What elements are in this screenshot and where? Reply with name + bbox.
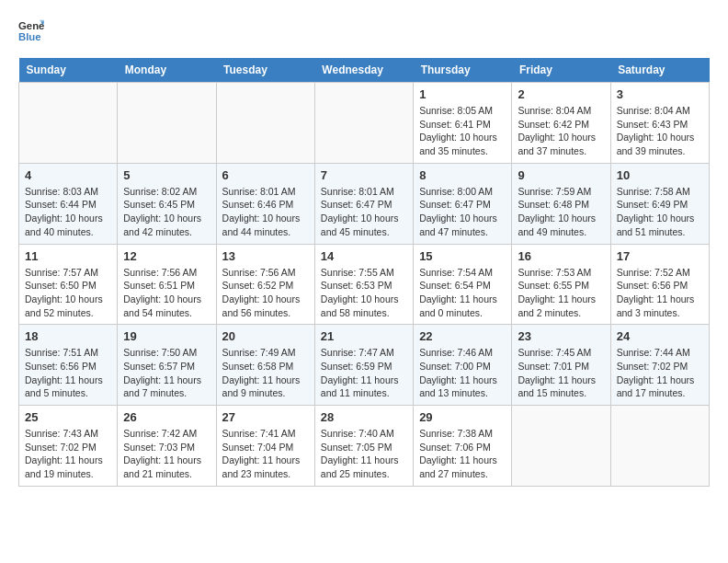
calendar-header-row: SundayMondayTuesdayWednesdayThursdayFrid…: [19, 58, 710, 83]
day-info: Sunrise: 7:43 AM Sunset: 7:02 PM Dayligh…: [25, 427, 111, 481]
day-number: 12: [123, 249, 210, 263]
calendar-cell: 20Sunrise: 7:49 AM Sunset: 6:58 PM Dayli…: [216, 325, 314, 406]
svg-text:General: General: [18, 20, 44, 31]
day-number: 4: [25, 168, 111, 182]
page-header: General Blue: [18, 18, 710, 44]
logo: General Blue: [18, 18, 48, 44]
calendar-cell: 15Sunrise: 7:54 AM Sunset: 6:54 PM Dayli…: [414, 244, 512, 325]
day-info: Sunrise: 7:44 AM Sunset: 7:02 PM Dayligh…: [617, 346, 703, 400]
calendar-cell: 29Sunrise: 7:38 AM Sunset: 7:06 PM Dayli…: [414, 406, 512, 487]
svg-text:Blue: Blue: [18, 31, 41, 42]
day-number: 27: [222, 410, 309, 424]
calendar-week-1: 1Sunrise: 8:05 AM Sunset: 6:41 PM Daylig…: [19, 83, 710, 164]
calendar-cell: 16Sunrise: 7:53 AM Sunset: 6:55 PM Dayli…: [512, 244, 610, 325]
day-info: Sunrise: 7:46 AM Sunset: 7:00 PM Dayligh…: [419, 346, 506, 400]
day-info: Sunrise: 7:56 AM Sunset: 6:51 PM Dayligh…: [123, 266, 210, 320]
calendar-cell: 4Sunrise: 8:03 AM Sunset: 6:44 PM Daylig…: [19, 163, 118, 244]
weekday-header-wednesday: Wednesday: [314, 58, 413, 83]
calendar-cell: 8Sunrise: 8:00 AM Sunset: 6:47 PM Daylig…: [414, 163, 512, 244]
day-number: 5: [123, 168, 210, 182]
calendar-cell: 23Sunrise: 7:45 AM Sunset: 7:01 PM Dayli…: [512, 325, 610, 406]
calendar-cell: 13Sunrise: 7:56 AM Sunset: 6:52 PM Dayli…: [216, 244, 314, 325]
day-number: 19: [123, 329, 210, 343]
day-info: Sunrise: 8:03 AM Sunset: 6:44 PM Dayligh…: [25, 185, 111, 239]
day-info: Sunrise: 7:50 AM Sunset: 6:57 PM Dayligh…: [123, 346, 210, 400]
day-info: Sunrise: 7:49 AM Sunset: 6:58 PM Dayligh…: [222, 346, 309, 400]
day-number: 1: [419, 87, 506, 101]
day-number: 20: [222, 329, 309, 343]
calendar-cell: 25Sunrise: 7:43 AM Sunset: 7:02 PM Dayli…: [19, 406, 118, 487]
calendar-cell: 27Sunrise: 7:41 AM Sunset: 7:04 PM Dayli…: [216, 406, 314, 487]
calendar-cell: 24Sunrise: 7:44 AM Sunset: 7:02 PM Dayli…: [610, 325, 709, 406]
day-number: 25: [25, 410, 111, 424]
calendar-cell: [512, 406, 610, 487]
day-info: Sunrise: 7:38 AM Sunset: 7:06 PM Dayligh…: [419, 427, 506, 481]
calendar-cell: 21Sunrise: 7:47 AM Sunset: 6:59 PM Dayli…: [314, 325, 413, 406]
calendar-cell: [19, 83, 118, 164]
day-info: Sunrise: 7:55 AM Sunset: 6:53 PM Dayligh…: [321, 266, 407, 320]
day-info: Sunrise: 7:51 AM Sunset: 6:56 PM Dayligh…: [25, 346, 111, 400]
day-info: Sunrise: 8:04 AM Sunset: 6:43 PM Dayligh…: [617, 104, 703, 158]
day-number: 22: [419, 329, 506, 343]
day-number: 13: [222, 249, 309, 263]
day-number: 28: [321, 410, 407, 424]
calendar-cell: 26Sunrise: 7:42 AM Sunset: 7:03 PM Dayli…: [118, 406, 216, 487]
day-number: 3: [617, 87, 703, 101]
day-number: 11: [25, 249, 111, 263]
calendar-week-2: 4Sunrise: 8:03 AM Sunset: 6:44 PM Daylig…: [19, 163, 710, 244]
day-number: 9: [518, 168, 604, 182]
day-info: Sunrise: 7:59 AM Sunset: 6:48 PM Dayligh…: [518, 185, 604, 239]
calendar-cell: 18Sunrise: 7:51 AM Sunset: 6:56 PM Dayli…: [19, 325, 118, 406]
day-number: 29: [419, 410, 506, 424]
calendar-cell: 1Sunrise: 8:05 AM Sunset: 6:41 PM Daylig…: [414, 83, 512, 164]
weekday-header-friday: Friday: [512, 58, 610, 83]
calendar-week-3: 11Sunrise: 7:57 AM Sunset: 6:50 PM Dayli…: [19, 244, 710, 325]
calendar-cell: 7Sunrise: 8:01 AM Sunset: 6:47 PM Daylig…: [314, 163, 413, 244]
day-number: 14: [321, 249, 407, 263]
day-info: Sunrise: 8:01 AM Sunset: 6:46 PM Dayligh…: [222, 185, 309, 239]
day-number: 24: [617, 329, 703, 343]
logo-icon: General Blue: [18, 18, 44, 44]
weekday-header-saturday: Saturday: [610, 58, 709, 83]
calendar-cell: [314, 83, 413, 164]
calendar-table: SundayMondayTuesdayWednesdayThursdayFrid…: [18, 58, 710, 487]
calendar-cell: 19Sunrise: 7:50 AM Sunset: 6:57 PM Dayli…: [118, 325, 216, 406]
day-info: Sunrise: 7:57 AM Sunset: 6:50 PM Dayligh…: [25, 266, 111, 320]
calendar-cell: [610, 406, 709, 487]
calendar-cell: 6Sunrise: 8:01 AM Sunset: 6:46 PM Daylig…: [216, 163, 314, 244]
day-info: Sunrise: 7:56 AM Sunset: 6:52 PM Dayligh…: [222, 266, 309, 320]
calendar-cell: 2Sunrise: 8:04 AM Sunset: 6:42 PM Daylig…: [512, 83, 610, 164]
calendar-cell: 17Sunrise: 7:52 AM Sunset: 6:56 PM Dayli…: [610, 244, 709, 325]
day-info: Sunrise: 8:01 AM Sunset: 6:47 PM Dayligh…: [321, 185, 407, 239]
day-info: Sunrise: 7:52 AM Sunset: 6:56 PM Dayligh…: [617, 266, 703, 320]
weekday-header-tuesday: Tuesday: [216, 58, 314, 83]
day-info: Sunrise: 7:40 AM Sunset: 7:05 PM Dayligh…: [321, 427, 407, 481]
day-number: 18: [25, 329, 111, 343]
calendar-cell: 22Sunrise: 7:46 AM Sunset: 7:00 PM Dayli…: [414, 325, 512, 406]
day-number: 8: [419, 168, 506, 182]
calendar-cell: 11Sunrise: 7:57 AM Sunset: 6:50 PM Dayli…: [19, 244, 118, 325]
calendar-cell: 10Sunrise: 7:58 AM Sunset: 6:49 PM Dayli…: [610, 163, 709, 244]
calendar-cell: [118, 83, 216, 164]
day-info: Sunrise: 8:02 AM Sunset: 6:45 PM Dayligh…: [123, 185, 210, 239]
day-info: Sunrise: 7:54 AM Sunset: 6:54 PM Dayligh…: [419, 266, 506, 320]
day-info: Sunrise: 7:45 AM Sunset: 7:01 PM Dayligh…: [518, 346, 604, 400]
calendar-cell: 9Sunrise: 7:59 AM Sunset: 6:48 PM Daylig…: [512, 163, 610, 244]
day-info: Sunrise: 7:53 AM Sunset: 6:55 PM Dayligh…: [518, 266, 604, 320]
day-info: Sunrise: 7:58 AM Sunset: 6:49 PM Dayligh…: [617, 185, 703, 239]
day-info: Sunrise: 8:00 AM Sunset: 6:47 PM Dayligh…: [419, 185, 506, 239]
day-info: Sunrise: 8:04 AM Sunset: 6:42 PM Dayligh…: [518, 104, 604, 158]
calendar-cell: 3Sunrise: 8:04 AM Sunset: 6:43 PM Daylig…: [610, 83, 709, 164]
day-number: 10: [617, 168, 703, 182]
calendar-cell: [216, 83, 314, 164]
calendar-cell: 28Sunrise: 7:40 AM Sunset: 7:05 PM Dayli…: [314, 406, 413, 487]
calendar-cell: 5Sunrise: 8:02 AM Sunset: 6:45 PM Daylig…: [118, 163, 216, 244]
calendar-week-4: 18Sunrise: 7:51 AM Sunset: 6:56 PM Dayli…: [19, 325, 710, 406]
day-number: 15: [419, 249, 506, 263]
calendar-cell: 12Sunrise: 7:56 AM Sunset: 6:51 PM Dayli…: [118, 244, 216, 325]
calendar-body: 1Sunrise: 8:05 AM Sunset: 6:41 PM Daylig…: [19, 83, 710, 487]
day-number: 17: [617, 249, 703, 263]
day-number: 6: [222, 168, 309, 182]
calendar-cell: 14Sunrise: 7:55 AM Sunset: 6:53 PM Dayli…: [314, 244, 413, 325]
weekday-header-sunday: Sunday: [19, 58, 118, 83]
